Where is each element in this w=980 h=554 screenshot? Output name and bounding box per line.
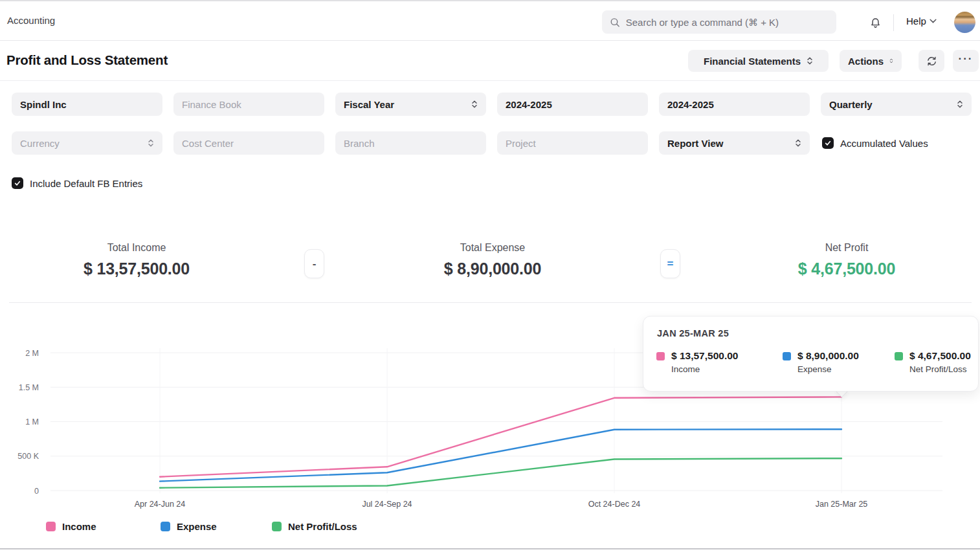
y-axis-tick-label: 1 M [25, 417, 39, 427]
total-income-label: Total Income [39, 242, 234, 254]
tooltip-net-profit-value: $ 4,67,500.00 [909, 350, 971, 362]
from-fiscal-year-value: 2024-2025 [506, 99, 640, 110]
tooltip-net-profit-item: $ 4,67,500.00 Net Profit/Loss [895, 350, 971, 374]
tooltip-period-title: JAN 25-MAR 25 [657, 328, 729, 338]
to-fiscal-year-value: 2024-2025 [667, 99, 801, 110]
minus-operator-badge: - [304, 249, 324, 278]
tooltip-net-profit-label: Net Profit/Loss [909, 364, 971, 374]
equals-icon: = [667, 258, 674, 271]
tooltip-expense-item: $ 8,90,000.00 Expense [783, 350, 859, 374]
periodicity-select[interactable]: Quarterly [821, 93, 972, 116]
cost-center-placeholder: Cost Center [182, 138, 316, 149]
total-expense-value: $ 8,90,000.00 [395, 260, 590, 278]
legend-swatch [161, 522, 170, 531]
total-income-value: $ 13,57,500.00 [39, 260, 234, 278]
y-axis-tick-label: 2 M [25, 349, 39, 358]
x-axis-tick-label: Oct 24-Dec 24 [588, 500, 641, 509]
breadcrumb[interactable]: Accounting [7, 15, 55, 26]
minus-icon: - [313, 258, 317, 271]
legend-label: Expense [177, 521, 217, 532]
report-view-select[interactable]: Report View [659, 131, 810, 155]
currency-placeholder: Currency [20, 138, 148, 149]
period-basis-value: Fiscal Year [344, 99, 471, 110]
company-filter[interactable]: Spindl Inc [12, 93, 162, 116]
actions-select[interactable]: Actions [840, 50, 902, 72]
refresh-icon [926, 55, 938, 67]
project-placeholder: Project [506, 138, 640, 149]
select-updown-icon [148, 138, 154, 148]
chart-tooltip: JAN 25-MAR 25 $ 13,57,500.00 Income $ 8,… [643, 316, 979, 392]
legend-label: Net Profit/Loss [288, 521, 357, 532]
include-default-fb-checkbox[interactable]: Include Default FB Entries [12, 177, 142, 189]
y-axis-tick-label: 0 [34, 487, 39, 496]
legend-item-income[interactable]: Income [46, 520, 96, 532]
report-view-value: Report View [667, 138, 795, 149]
finance-book-filter[interactable]: Finance Book [173, 93, 324, 116]
period-basis-select[interactable]: Fiscal Year [335, 93, 486, 116]
equals-operator-badge: = [660, 249, 680, 278]
window-bottom-edge [0, 548, 980, 549]
select-updown-icon [795, 138, 801, 148]
y-axis-tick-label: 500 K [17, 452, 39, 461]
net-profit-value: $ 4,67,500.00 [750, 260, 944, 278]
x-axis-tick-label: Jul 24-Sep 24 [362, 500, 412, 509]
y-axis-tick-label: 1.5 M [19, 383, 39, 392]
accumulated-values-label: Accumulated Values [840, 138, 928, 149]
refresh-button[interactable] [919, 50, 944, 72]
ellipsis-icon: ··· [959, 56, 974, 66]
select-updown-icon [807, 56, 813, 66]
select-updown-icon [957, 99, 963, 109]
from-fiscal-year-filter[interactable]: 2024-2025 [497, 93, 648, 116]
help-label: Help [906, 16, 926, 27]
tooltip-income-item: $ 13,57,500.00 Income [656, 350, 738, 374]
expense-swatch [783, 352, 791, 360]
topbar-divider [893, 14, 894, 31]
total-income-summary: Total Income $ 13,57,500.00 [39, 242, 234, 278]
checkbox-checked-icon [12, 177, 23, 189]
global-search[interactable] [602, 10, 836, 34]
accounting-app-window: Accounting Help Profit and Loss Statemen… [0, 0, 980, 554]
tooltip-expense-label: Expense [797, 364, 859, 374]
tooltip-income-label: Income [671, 364, 738, 374]
x-axis-tick-label: Jan 25-Mar 25 [816, 500, 868, 509]
actions-label: Actions [848, 56, 884, 67]
cost-center-filter[interactable]: Cost Center [173, 131, 324, 155]
legend-item-net-profit-loss[interactable]: Net Profit/Loss [272, 520, 357, 532]
total-expense-summary: Total Expense $ 8,90,000.00 [395, 242, 590, 278]
branch-placeholder: Branch [344, 138, 478, 149]
financial-statements-label: Financial Statements [704, 56, 801, 67]
notifications-button[interactable] [867, 16, 883, 31]
financial-statements-select[interactable]: Financial Statements [688, 50, 829, 72]
net-profit-label: Net Profit [750, 242, 944, 254]
top-navigation-bar: Accounting Help [0, 3, 980, 41]
line-series-expense [160, 429, 841, 481]
tooltip-expense-value: $ 8,90,000.00 [797, 350, 859, 362]
x-axis-tick-label: Apr 24-Jun 24 [135, 500, 186, 509]
user-avatar[interactable] [954, 12, 975, 33]
company-filter-value: Spindl Inc [20, 99, 154, 110]
legend-item-expense[interactable]: Expense [161, 520, 217, 532]
checkbox-checked-icon [822, 137, 834, 149]
tooltip-income-value: $ 13,57,500.00 [671, 350, 738, 362]
help-menu[interactable]: Help [906, 16, 937, 27]
include-default-fb-label: Include Default FB Entries [30, 178, 142, 189]
net-profit-swatch [895, 352, 903, 360]
net-profit-summary: Net Profit $ 4,67,500.00 [750, 242, 944, 278]
currency-select[interactable]: Currency [12, 131, 162, 155]
search-input[interactable] [626, 17, 829, 28]
branch-filter[interactable]: Branch [335, 131, 486, 155]
income-swatch [656, 352, 665, 360]
report-header-bar: Profit and Loss Statement Financial Stat… [0, 41, 980, 81]
bell-icon [869, 17, 882, 30]
total-expense-label: Total Expense [395, 242, 590, 254]
legend-swatch [272, 522, 282, 531]
to-fiscal-year-filter[interactable]: 2024-2025 [659, 93, 810, 116]
more-options-button[interactable]: ··· [953, 50, 979, 72]
page-title: Profit and Loss Statement [6, 52, 168, 68]
search-icon [610, 17, 620, 28]
chevron-down-icon [930, 19, 937, 23]
line-series-income [160, 397, 841, 476]
accumulated-values-checkbox[interactable]: Accumulated Values [822, 137, 928, 149]
legend-label: Income [62, 521, 96, 532]
project-filter[interactable]: Project [497, 131, 648, 155]
